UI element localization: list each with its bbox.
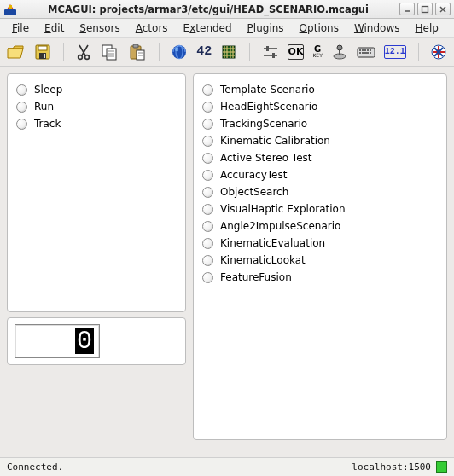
svg-rect-2: [9, 5, 12, 9]
radio-icon: [16, 84, 27, 96]
svg-rect-45: [367, 49, 369, 51]
radio-icon: [202, 221, 213, 232]
window-controls: [399, 3, 451, 15]
svg-point-40: [337, 45, 342, 50]
svg-rect-10: [44, 54, 45, 58]
menu-sensors[interactable]: Sensors: [73, 20, 126, 36]
ok-label: OK: [288, 46, 304, 57]
radio-icon: [202, 153, 213, 164]
right-option-label: ObjectSearch: [220, 186, 288, 198]
cut-icon[interactable]: [75, 42, 92, 62]
svg-rect-46: [370, 49, 371, 51]
digit-display: 0: [15, 324, 100, 358]
svg-point-23: [172, 45, 186, 59]
right-option[interactable]: TrackingScenario: [202, 115, 438, 132]
radio-icon: [202, 84, 213, 96]
right-option-label: HeadEightScenario: [220, 101, 317, 113]
radio-icon: [202, 272, 213, 283]
radio-icon: [16, 119, 27, 130]
right-option[interactable]: FeatureFusion: [202, 269, 438, 286]
asterisk-icon[interactable]: [430, 42, 447, 62]
menu-windows[interactable]: Windows: [347, 20, 407, 36]
statusbar: Connected. localhost:1500: [0, 457, 454, 476]
status-led: [436, 461, 447, 473]
menubar: FileEditSensorsActorsExtendedPluginsOpti…: [0, 19, 454, 38]
svg-rect-42: [359, 49, 361, 51]
menu-file[interactable]: File: [5, 20, 36, 36]
menu-actors[interactable]: Actors: [129, 20, 175, 36]
save-icon[interactable]: [34, 42, 51, 62]
right-option[interactable]: KinematicLookat: [202, 252, 438, 269]
radio-icon: [202, 136, 213, 147]
right-option-label: Template Scenario: [220, 84, 315, 96]
right-option-label: KinematicLookat: [220, 254, 306, 266]
right-option-label: KinematicEvaluation: [220, 237, 325, 249]
workarea: SleepRunTrack 0 Template ScenarioHeadEig…: [0, 67, 454, 457]
right-option[interactable]: Template Scenario: [202, 81, 438, 98]
minimize-button[interactable]: [399, 3, 415, 15]
paste-icon[interactable]: [128, 42, 147, 62]
right-option-label: Kinematic Calibration: [220, 135, 330, 147]
svg-rect-48: [362, 52, 369, 54]
radio-icon: [202, 187, 213, 198]
left-option[interactable]: Track: [16, 115, 177, 132]
maximize-button[interactable]: [417, 3, 433, 15]
right-option[interactable]: VisualHaptic Exploration: [202, 200, 438, 218]
left-column: SleepRunTrack 0: [7, 73, 186, 450]
gkey-key: KEY: [312, 53, 322, 57]
display12-icon[interactable]: 12.1: [384, 45, 406, 59]
left-option-label: Run: [34, 101, 54, 113]
right-option-label: Angle2ImpulseScenario: [220, 220, 340, 232]
radio-icon: [202, 170, 213, 181]
right-option-label: VisualHaptic Exploration: [220, 203, 346, 215]
right-option[interactable]: ObjectSearch: [202, 183, 438, 200]
radio-icon: [202, 238, 213, 249]
right-option-label: FeatureFusion: [220, 271, 292, 283]
right-option[interactable]: KinematicEvaluation: [202, 235, 438, 252]
svg-rect-36: [266, 46, 269, 51]
right-column: Template ScenarioHeadEightScenarioTracki…: [193, 73, 447, 450]
right-option[interactable]: Active Stereo Test: [202, 149, 438, 166]
toolbar: 42 OK G KEY: [0, 38, 454, 67]
globe-icon[interactable]: [171, 42, 188, 62]
gkey-icon[interactable]: G KEY: [312, 42, 322, 62]
radio-icon: [202, 255, 213, 266]
svg-rect-0: [4, 9, 16, 15]
joystick-icon[interactable]: [331, 42, 348, 62]
radio-icon: [202, 102, 213, 113]
svg-rect-19: [133, 44, 138, 48]
menu-plugins[interactable]: Plugins: [241, 20, 291, 36]
fortytwo-icon[interactable]: 42: [196, 42, 212, 62]
left-option-label: Sleep: [34, 84, 62, 96]
open-icon[interactable]: [7, 42, 26, 62]
menu-options[interactable]: Options: [293, 20, 346, 36]
display12-label: 12.1: [385, 47, 405, 56]
left-option[interactable]: Run: [16, 98, 177, 115]
menu-extended[interactable]: Extended: [177, 20, 239, 36]
right-options-panel: Template ScenarioHeadEightScenarioTracki…: [193, 73, 447, 440]
ok-icon[interactable]: OK: [288, 44, 305, 60]
right-option[interactable]: AccuracyTest: [202, 166, 438, 183]
copy-icon[interactable]: [101, 42, 119, 62]
app-icon: [3, 3, 17, 16]
left-option-label: Track: [34, 118, 61, 130]
svg-rect-43: [362, 49, 364, 51]
keyboard-icon[interactable]: [357, 42, 375, 62]
close-button[interactable]: [435, 3, 451, 15]
right-option[interactable]: Kinematic Calibration: [202, 132, 438, 149]
left-option[interactable]: Sleep: [16, 81, 177, 98]
fortytwo-label: 42: [196, 44, 212, 59]
digit-value: 0: [75, 328, 94, 354]
chip-icon[interactable]: [220, 42, 237, 62]
status-left: Connected.: [7, 461, 63, 473]
menu-edit[interactable]: Edit: [38, 20, 71, 36]
menu-help[interactable]: Help: [409, 20, 445, 36]
digit-panel: 0: [7, 317, 186, 365]
right-option[interactable]: HeadEightScenario: [202, 98, 438, 115]
right-option[interactable]: Angle2ImpulseScenario: [202, 218, 438, 235]
svg-rect-49: [370, 52, 371, 54]
svg-rect-47: [359, 52, 361, 54]
svg-rect-37: [272, 53, 275, 58]
svg-rect-8: [38, 46, 47, 50]
sliders-icon[interactable]: [262, 42, 279, 62]
